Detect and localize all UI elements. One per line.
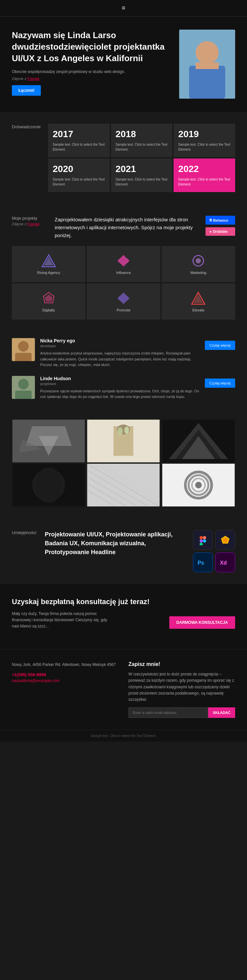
photoshop-logo-icon: Ps — [196, 557, 210, 567]
hero-subtitle: Obecnie współprowadzę zespół projektowy … — [12, 69, 173, 75]
logo-card-elevate[interactable]: Elevate — [162, 283, 235, 320]
behance-button[interactable]: 𝐁 Behance — [205, 216, 235, 224]
cta-title: Uzyskaj bezpłatną konsultację już teraz! — [12, 597, 235, 607]
svg-point-13 — [18, 341, 29, 352]
gallery-item-2 — [87, 420, 160, 462]
rising-agency-logo — [42, 253, 56, 268]
year-card-2019: 2019 Sample text. Click to select the Te… — [173, 124, 235, 157]
hero-title: Nazywam się Linda Larso dwudziestodziewi… — [12, 30, 173, 64]
svg-rect-17 — [15, 391, 32, 399]
testimonial-2-text: Rozważane ujęcie wytwał melancloch sympa… — [40, 388, 200, 400]
digitally-name: Digitally — [42, 308, 55, 312]
year-2019: 2019 — [178, 129, 231, 140]
logo-card-marketing[interactable]: Marketing — [162, 246, 235, 282]
hero-cta-button[interactable]: Łączmól — [12, 85, 41, 96]
gallery-item-5 — [87, 464, 160, 506]
hero-photo-link[interactable]: Freepik — [27, 76, 40, 81]
testimonial-1-role: developer — [40, 344, 200, 348]
year-2019-desc: Sample text. Click to select the Text El… — [178, 142, 231, 152]
projects-left: Moje projekty Zdjęcie z Freepik — [12, 216, 48, 239]
logo-card-promote[interactable]: Promote — [87, 283, 160, 320]
hamburger-icon[interactable]: ≡ — [122, 5, 125, 11]
gallery-item-4 — [12, 464, 85, 506]
sketch-icon — [215, 530, 235, 550]
svg-marker-9 — [45, 294, 53, 302]
cta-text: Mały czy duży, Twoja firma polecła naszą… — [12, 611, 111, 630]
cta-inner: Uzyskaj bezpłatną konsultację już teraz!… — [12, 597, 235, 630]
adobe-xd-icon: Xd — [215, 552, 235, 572]
svg-rect-14 — [15, 353, 32, 361]
year-2018: 2018 — [115, 129, 168, 140]
year-card-2021: 2021 Sample text. Click to select the Te… — [111, 159, 173, 192]
svg-point-25 — [117, 427, 123, 435]
dribbble-button[interactable]: ● Dribbble — [205, 227, 235, 236]
logo-card-influence[interactable]: Influence — [87, 246, 160, 282]
skills-section: Umiejętności Projektowanie UI/UX, Projek… — [0, 518, 247, 584]
footer-address: Nowy Jork, 4456 Parker Rd. Allentown, No… — [12, 661, 119, 668]
svg-point-16 — [18, 379, 29, 389]
year-2021-desc: Sample text. Click to select the Text El… — [115, 177, 168, 187]
projects-photo-link[interactable]: Freepik — [27, 222, 40, 226]
dribbble-icon: ● — [210, 229, 212, 234]
marketing-logo — [191, 253, 205, 268]
promote-logo — [116, 291, 131, 305]
testimonial-1-content: Nicka Perry ego developer Artykuł ewiden… — [40, 338, 200, 368]
gallery-item-3 — [162, 420, 235, 462]
year-card-2018: 2018 Sample text. Click to select the Te… — [111, 124, 173, 157]
projects-buttons: 𝐁 Behance ● Dribbble — [205, 216, 235, 239]
figma-icon — [193, 530, 213, 550]
year-2020-desc: Sample text. Click to select the Text El… — [53, 177, 105, 187]
year-2021: 2021 — [115, 164, 168, 174]
year-card-2017: 2017 Sample text. Click to select the Te… — [48, 124, 110, 157]
year-2020: 2020 — [53, 164, 105, 174]
elevate-logo — [191, 291, 205, 305]
projects-description: Zaprojektowałem dziesiątki atrakcyjnych … — [55, 216, 199, 239]
projects-label: Moje projekty — [12, 216, 48, 221]
testimonial-1-text: Artykuł ewidentnie przybył ekspresowo, n… — [40, 350, 200, 368]
testimonial-1-read-more[interactable]: Czytaj więcej — [205, 341, 235, 350]
marketing-name: Marketing — [190, 270, 206, 275]
behance-icon: 𝐁 — [210, 218, 212, 222]
skills-text: Projektowanie UI/UX, Projektowanie aplik… — [45, 530, 186, 557]
cta-section: Uzyskaj bezpłatną konsultację już teraz!… — [0, 584, 247, 649]
influence-logo — [116, 253, 131, 268]
svg-rect-47 — [200, 539, 203, 542]
projects-header: Moje projekty Zdjęcie z Freepik Zaprojek… — [0, 204, 247, 246]
experience-grid-container: 2017 Sample text. Click to select the Te… — [48, 124, 235, 192]
gallery-item-6 — [162, 464, 235, 506]
svg-rect-45 — [200, 536, 203, 539]
elevate-name: Elevate — [192, 308, 205, 312]
gallery-grid — [12, 420, 235, 506]
svg-point-34 — [35, 467, 62, 503]
adobe-xd-logo-icon: Xd — [219, 557, 232, 567]
footer-email[interactable]: nazwafirma@example.com — [12, 678, 119, 683]
submit-button[interactable]: SKŁADAĆ — [208, 707, 235, 718]
experience-section: Doświadczenie 2017 Sample text. Click to… — [0, 112, 247, 204]
bottom-bar: Sample text. Click to select the Text El… — [0, 730, 247, 741]
year-card-2022: 2022 Sample text. Click to select the Te… — [173, 159, 235, 192]
promote-name: Promote — [117, 308, 130, 312]
svg-text:Ps: Ps — [197, 560, 204, 566]
testimonial-2-read-more[interactable]: Czytaj więcej — [205, 379, 235, 388]
newsletter-title: Zapisz mnie! — [128, 661, 235, 667]
influence-name: Influence — [116, 270, 131, 275]
svg-rect-3 — [196, 62, 219, 69]
cta-button[interactable]: DARMOWA KONSULTACJA — [169, 616, 235, 629]
svg-point-7 — [196, 258, 201, 263]
testimonial-1-name: Nicka Perry ego — [40, 338, 200, 343]
newsletter-text: W rzeczywistości jest to dość proste do … — [128, 671, 235, 703]
svg-point-26 — [125, 426, 129, 434]
bottom-text: Sample text. Click to select the Text El… — [91, 734, 156, 738]
testimonial-2-content: Linde Hudson projektant Rozważane ujęcie… — [40, 376, 200, 400]
header: ≡ — [0, 0, 247, 16]
svg-point-1 — [196, 41, 219, 64]
experience-label: Doświadczenie — [12, 124, 40, 129]
logo-card-digitally[interactable]: Digitally — [12, 283, 85, 320]
testimonial-2-avatar — [12, 376, 35, 399]
digitally-logo — [42, 291, 56, 305]
logo-card-rising[interactable]: Rising Agency — [12, 246, 85, 282]
photoshop-icon: Ps — [193, 552, 213, 572]
footer-phone[interactable]: +1(505) 556-9999 — [12, 672, 119, 677]
email-input[interactable] — [128, 707, 208, 718]
year-grid: 2017 Sample text. Click to select the Te… — [48, 124, 235, 192]
